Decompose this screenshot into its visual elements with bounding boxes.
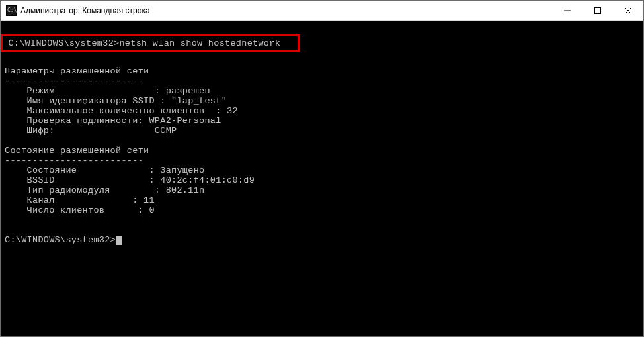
state-clients-value: 0 [149,205,154,215]
state-clients-label: Число клиентов : [5,205,149,215]
param-ssid-label: Имя идентификатора SSID : [5,96,171,106]
param-maxclients-value: 32 [227,106,238,116]
prompt: C:\WINDOWS\system32> [8,38,119,48]
svg-text:C:\: C:\ [7,7,17,13]
divider: ------------------------- [5,76,143,86]
state-bssid-value: 40:2c:f4:01:c0:d9 [160,175,255,185]
svg-rect-4 [595,7,601,13]
param-auth-label: Проверка подлинности: [5,116,149,126]
state-radio-value: 802.11n [166,185,205,195]
param-cipher-value: CCMP [155,126,177,136]
divider: ------------------------- [5,156,143,166]
section-header: Состояние размещенной сети [5,146,149,156]
section-header: Параметры размещенной сети [5,66,149,76]
state-channel-value: 11 [143,195,155,205]
command-prompt-window: C:\ Администратор: Командная строка C:\W… [0,0,644,337]
prompt: C:\WINDOWS\system32> [5,235,116,245]
titlebar[interactable]: C:\ Администратор: Командная строка [1,1,643,21]
state-bssid-label: BSSID : [5,175,160,185]
state-status-label: Состояние : [5,166,160,175]
state-channel-label: Канал : [5,195,143,205]
param-mode-value: разрешен [166,86,210,96]
highlighted-command-line: C:\WINDOWS\system32>netsh wlan show host… [1,34,300,52]
command-text: netsh wlan show hostednetwork [119,38,280,48]
minimize-button[interactable] [552,1,583,20]
terminal-output: Параметры размещенной сети -------------… [1,56,643,245]
param-auth-value: WPA2-Personal [149,116,221,126]
window-controls [552,1,643,20]
terminal-area[interactable]: C:\WINDOWS\system32>netsh wlan show host… [1,21,643,336]
cursor [116,236,122,245]
cmd-icon: C:\ [6,5,17,16]
state-radio-label: Тип радиомодуля : [5,185,166,195]
window-title: Администратор: Командная строка [20,6,552,15]
close-button[interactable] [613,1,643,20]
param-cipher-label: Шифр: [5,126,155,136]
param-mode-label: Режим : [5,86,166,96]
state-status-value: Запущено [160,166,204,175]
param-ssid-value: "lap_test" [171,96,227,106]
maximize-button[interactable] [583,1,613,20]
param-maxclients-label: Максимальное количество клиентов : [5,106,227,116]
